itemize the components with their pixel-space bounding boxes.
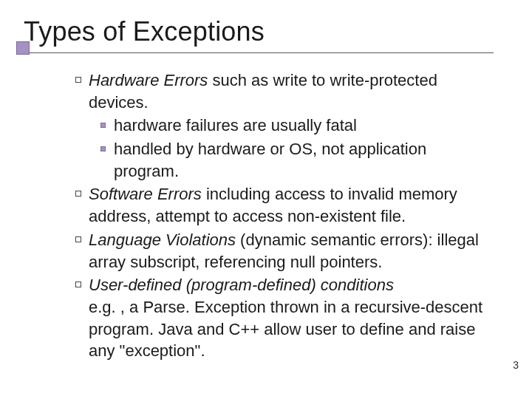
square-bullet-icon bbox=[100, 123, 106, 128]
accent-square-icon bbox=[16, 41, 30, 55]
slide-title: Types of Exceptions bbox=[24, 15, 510, 47]
content-body: Hardware Errors such as write to write-p… bbox=[75, 69, 495, 362]
subitem-text: hardware failures are usually fatal bbox=[114, 116, 357, 134]
item-emph: Language Violations bbox=[89, 231, 236, 249]
square-bullet-icon bbox=[75, 236, 81, 242]
list-subitem: handled by hardware or OS, not applicati… bbox=[100, 138, 495, 182]
item-emph: Software Errors bbox=[89, 185, 202, 203]
list-item: Hardware Errors such as write to write-p… bbox=[75, 69, 495, 113]
square-bullet-icon bbox=[75, 282, 81, 287]
square-bullet-icon bbox=[75, 191, 81, 197]
slide: Types of Exceptions Hardware Errors such… bbox=[0, 0, 532, 399]
list-subitem: hardware failures are usually fatal bbox=[100, 115, 495, 137]
square-bullet-icon bbox=[75, 77, 81, 83]
item-emph: Hardware Errors bbox=[89, 71, 208, 89]
list-item: Language Violations (dynamic semantic er… bbox=[75, 229, 495, 273]
title-area: Types of Exceptions bbox=[16, 15, 510, 53]
item-tail: e.g. , a Parse. Exception thrown in a re… bbox=[89, 298, 482, 360]
divider-line bbox=[28, 52, 494, 53]
list-item: User-defined (program-defined) condition… bbox=[75, 274, 495, 362]
page-number: 3 bbox=[513, 359, 519, 371]
subitem-text: handled by hardware or OS, not applicati… bbox=[114, 140, 426, 180]
item-emph: User-defined (program-defined) condition… bbox=[89, 276, 394, 294]
list-item: Software Errors including access to inva… bbox=[75, 183, 495, 227]
square-bullet-icon bbox=[100, 146, 106, 151]
